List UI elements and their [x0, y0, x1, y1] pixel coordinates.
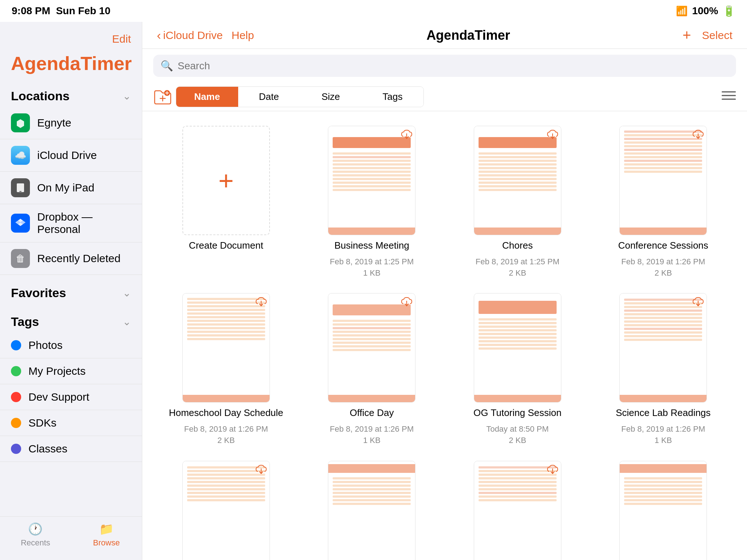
business-meeting-name: Business Meeting — [334, 240, 409, 252]
status-bar: 9:08 PM Sun Feb 10 📶 100% 🔋 — [0, 0, 747, 22]
chores-meta: Feb 8, 2019 at 1:25 PM2 KB — [476, 256, 560, 279]
doc10-thumbnail — [328, 461, 415, 560]
tab-recents[interactable]: 🕐 Recents — [0, 522, 71, 548]
sort-tab-tags[interactable]: Tags — [362, 87, 424, 107]
cloud-download-icon-office — [401, 296, 412, 309]
tag-item-sdks[interactable]: SDKs — [0, 410, 142, 436]
svg-rect-0 — [17, 183, 24, 192]
science-name: Science Lab Readings — [616, 407, 711, 419]
cloud-download-icon-science — [693, 296, 704, 309]
tags-chevron-icon[interactable]: ⌄ — [123, 316, 131, 328]
file-grid: + Create Document — [142, 111, 747, 560]
header-actions: + Select — [682, 27, 732, 43]
create-document-thumbnail: + — [182, 126, 270, 235]
science-thumbnail — [619, 293, 707, 402]
dropbox-label: Dropbox — Personal — [37, 211, 131, 236]
cloud-download-icon — [401, 129, 412, 142]
sort-tab-name[interactable]: Name — [176, 87, 238, 107]
sort-tab-date[interactable]: Date — [238, 87, 300, 107]
sidebar-item-egnyte[interactable]: Egnyte — [0, 107, 142, 139]
office-day-thumbnail — [328, 293, 415, 402]
homeschool-meta: Feb 8, 2019 at 1:26 PM2 KB — [184, 424, 268, 446]
file-doc11[interactable] — [445, 454, 591, 560]
list-view-button[interactable] — [721, 90, 736, 104]
content-area: ‹ iCloud Drive Help AgendaTimer + Select… — [142, 22, 747, 560]
search-icon: 🔍 — [160, 60, 173, 72]
office-day-name: Office Day — [350, 407, 394, 419]
battery-icon: 🔋 — [723, 5, 735, 17]
tag-item-photos[interactable]: Photos — [0, 332, 142, 358]
recents-tab-label: Recents — [21, 538, 50, 548]
search-input[interactable] — [178, 60, 729, 72]
sidebar-item-recently-deleted[interactable]: 🗑 Recently Deleted — [0, 242, 142, 275]
devsupport-tag-dot — [11, 392, 21, 402]
sidebar-item-icloud[interactable]: ☁️ iCloud Drive — [0, 139, 142, 172]
sidebar: Edit AgendaTimer Locations ⌄ Egnyte ☁️ i… — [0, 22, 142, 560]
chores-thumbnail — [474, 126, 561, 235]
file-tutoring[interactable]: OG Tutoring Session Today at 8:50 PM2 KB — [445, 286, 591, 453]
status-time: 9:08 PM Sun Feb 10 — [12, 5, 111, 17]
doc11-thumbnail — [474, 461, 561, 560]
egnyte-icon — [11, 113, 30, 132]
tag-item-devsupport[interactable]: Dev Support — [0, 384, 142, 410]
create-doc-plus-icon: + — [218, 166, 234, 195]
sdks-tag-dot — [11, 418, 21, 428]
create-document-item[interactable]: + Create Document — [153, 118, 299, 286]
sort-tabs: Name Date Size Tags — [176, 86, 424, 107]
file-science[interactable]: Science Lab Readings Feb 8, 2019 at 1:26… — [591, 286, 736, 453]
doc9-thumbnail — [182, 461, 270, 560]
file-homeschool[interactable]: Homeschool Day Schedule Feb 8, 2019 at 1… — [153, 286, 299, 453]
tag-item-classes[interactable]: Classes — [0, 436, 142, 462]
favorites-chevron-icon[interactable]: ⌄ — [123, 287, 131, 299]
new-folder-button[interactable] — [153, 88, 172, 106]
classes-tag-dot — [11, 444, 21, 454]
tag-item-projects[interactable]: My Projects — [0, 358, 142, 384]
locations-section-header: Locations ⌄ — [0, 85, 142, 107]
browse-tab-icon: 📁 — [99, 522, 114, 536]
file-doc12[interactable] — [591, 454, 736, 560]
business-meeting-thumbnail — [328, 126, 415, 235]
homeschool-name: Homeschool Day Schedule — [169, 407, 283, 419]
classes-tag-label: Classes — [28, 443, 67, 455]
devsupport-tag-label: Dev Support — [28, 391, 89, 403]
content-title: AgendaTimer — [263, 28, 674, 43]
file-conference-sessions[interactable]: Conference Sessions Feb 8, 2019 at 1:26 … — [591, 118, 736, 286]
back-button[interactable]: ‹ iCloud Drive — [157, 28, 223, 42]
icloud-icon: ☁️ — [11, 146, 30, 165]
office-day-meta: Feb 8, 2019 at 1:26 PM1 KB — [330, 424, 414, 446]
conference-name: Conference Sessions — [618, 240, 708, 252]
cloud-download-icon-home — [256, 296, 267, 309]
help-button[interactable]: Help — [232, 29, 254, 42]
sidebar-item-dropbox[interactable]: Dropbox — Personal — [0, 204, 142, 242]
add-button[interactable]: + — [682, 27, 691, 43]
file-chores[interactable]: Chores Feb 8, 2019 at 1:25 PM2 KB — [445, 118, 591, 286]
cloud-download-icon-9 — [256, 464, 267, 477]
photos-tag-label: Photos — [28, 339, 62, 351]
locations-title: Locations — [11, 89, 70, 103]
sort-tab-size[interactable]: Size — [300, 87, 362, 107]
browse-tab-label: Browse — [93, 538, 120, 548]
tags-title: Tags — [11, 315, 39, 329]
egnyte-label: Egnyte — [37, 117, 71, 129]
conference-meta: Feb 8, 2019 at 1:26 PM2 KB — [621, 256, 705, 279]
file-doc9[interactable] — [153, 454, 299, 560]
tutoring-name: OG Tutoring Session — [473, 407, 561, 419]
wifi-icon: 📶 — [676, 5, 688, 17]
favorites-section-header: Favorites ⌄ — [0, 282, 142, 304]
dropbox-icon — [11, 214, 30, 233]
doc12-thumbnail — [619, 461, 707, 560]
tab-browse[interactable]: 📁 Browse — [71, 522, 142, 548]
file-office-day[interactable]: Office Day Feb 8, 2019 at 1:26 PM1 KB — [299, 286, 445, 453]
tutoring-thumbnail — [474, 293, 561, 402]
sort-bar: Name Date Size Tags — [142, 83, 747, 111]
cloud-download-icon-conf — [693, 129, 704, 142]
sidebar-item-ipad[interactable]: On My iPad — [0, 172, 142, 204]
select-button[interactable]: Select — [702, 29, 732, 42]
locations-chevron-icon[interactable]: ⌄ — [123, 90, 131, 102]
cloud-download-icon-chores — [547, 129, 558, 142]
file-doc10[interactable] — [299, 454, 445, 560]
file-business-meeting[interactable]: Business Meeting Feb 8, 2019 at 1:25 PM1… — [299, 118, 445, 286]
homeschool-thumbnail — [182, 293, 270, 402]
edit-button[interactable]: Edit — [0, 29, 142, 49]
science-meta: Feb 8, 2019 at 1:26 PM1 KB — [621, 424, 705, 446]
